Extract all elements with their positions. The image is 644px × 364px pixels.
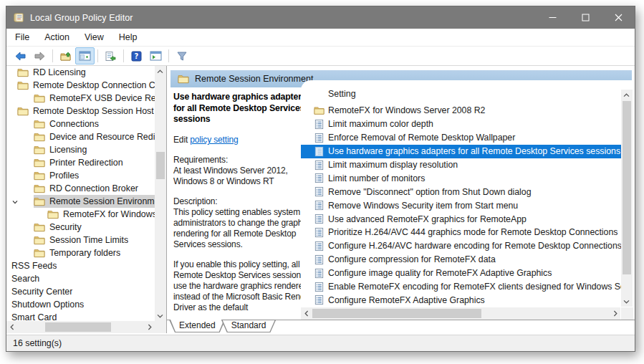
- filter-icon[interactable]: [172, 47, 191, 64]
- setting-column-header[interactable]: Setting: [328, 89, 356, 99]
- scroll-right-icon[interactable]: [144, 322, 155, 332]
- tree-item[interactable]: Security Center: [6, 285, 155, 298]
- scrollbar-thumb[interactable]: [45, 322, 111, 332]
- setting-item[interactable]: Remove Windows Security item from Start …: [301, 198, 621, 212]
- tree-item-label: Session Time Limits: [49, 235, 128, 245]
- tree-item[interactable]: RSS Feeds: [6, 259, 155, 272]
- setting-item[interactable]: Configure image quality for RemoteFX Ada…: [301, 267, 621, 280]
- setting-item[interactable]: Limit number of monitors: [301, 171, 621, 185]
- scroll-right-icon[interactable]: [610, 308, 620, 319]
- tree-item-body[interactable]: RemoteFX for Windows Se: [47, 208, 155, 221]
- tree-item[interactable]: RemoteFX USB Device Redirec: [6, 92, 155, 105]
- tree-item-body[interactable]: Security: [34, 221, 155, 234]
- tree-item[interactable]: Security: [6, 221, 155, 234]
- list-horizontal-scrollbar[interactable]: [301, 307, 620, 320]
- maximize-button[interactable]: [569, 6, 602, 29]
- title-bar[interactable]: Local Group Policy Editor: [6, 6, 635, 29]
- scrollbar-thumb[interactable]: [312, 309, 481, 318]
- setting-item[interactable]: Limit maximum display resolution: [301, 158, 621, 172]
- scrollbar-thumb[interactable]: [623, 101, 631, 274]
- tree-item-selected[interactable]: Remote Session Environment: [34, 195, 155, 208]
- tree-item-body[interactable]: Shutdown Options: [11, 298, 155, 311]
- setting-item[interactable]: Configure H.264/AVC hardware encoding fo…: [301, 239, 621, 253]
- tree-item-body[interactable]: Session Time Limits: [34, 234, 155, 246]
- tree-item[interactable]: Printer Redirection: [6, 156, 155, 169]
- tree-item-body[interactable]: Printer Redirection: [34, 156, 155, 169]
- scroll-left-icon[interactable]: [6, 322, 17, 332]
- tree-item[interactable]: RD Licensing: [6, 66, 155, 79]
- setting-item[interactable]: Use hardware graphics adapters for all R…: [301, 145, 621, 158]
- tree-item-body[interactable]: Security Center: [11, 285, 155, 298]
- back-icon[interactable]: [11, 47, 30, 64]
- console-tree-toggle-icon[interactable]: [75, 47, 95, 64]
- setting-item[interactable]: Use advanced RemoteFX graphics for Remot…: [301, 212, 621, 226]
- tree-item-body[interactable]: Profiles: [34, 169, 155, 182]
- tree-item-body[interactable]: Search: [11, 272, 155, 285]
- tree-item[interactable]: RemoteFX for Windows Se: [6, 208, 155, 221]
- chevron-down-icon[interactable]: [11, 198, 19, 205]
- tree-item-body[interactable]: RD Connection Broker: [34, 182, 155, 195]
- close-button[interactable]: [602, 6, 635, 29]
- tree-item[interactable]: Shutdown Options: [6, 298, 155, 311]
- tree-item[interactable]: Session Time Limits: [6, 234, 155, 246]
- scroll-down-icon[interactable]: [155, 310, 165, 321]
- tree-item-body[interactable]: Remote Desktop Connection Clie: [17, 79, 155, 92]
- scroll-up-icon[interactable]: [621, 90, 632, 100]
- tree-item-body[interactable]: Smart Card: [11, 311, 155, 321]
- setting-item[interactable]: Enforce Removal of Remote Desktop Wallpa…: [301, 131, 621, 145]
- setting-item[interactable]: Enable RemoteFX encoding for RemoteFX cl…: [301, 280, 621, 294]
- setting-item[interactable]: Configure compression for RemoteFX data: [301, 253, 621, 267]
- scroll-down-icon[interactable]: [621, 296, 632, 307]
- policy-setting-link[interactable]: policy setting: [190, 135, 238, 145]
- list-vertical-scrollbar[interactable]: [621, 90, 633, 307]
- setting-item[interactable]: Limit maximum color depth: [301, 118, 621, 131]
- tree-item-body[interactable]: Licensing: [34, 143, 155, 156]
- tree-horizontal-scrollbar[interactable]: [6, 321, 155, 333]
- tree-item[interactable]: Connections: [6, 118, 155, 130]
- folder-window-icon[interactable]: [56, 47, 75, 64]
- tree-item[interactable]: Remote Session Environment: [6, 195, 155, 208]
- minimize-button[interactable]: [536, 6, 569, 29]
- tree-item-body[interactable]: RSS Feeds: [11, 259, 155, 272]
- menu-help[interactable]: Help: [112, 30, 144, 44]
- setting-item[interactable]: Prioritize H.264/AVC 444 graphics mode f…: [301, 226, 621, 239]
- tree-item[interactable]: Temporary folders: [6, 246, 155, 259]
- tree-item[interactable]: Search: [6, 272, 155, 285]
- folder-icon: [34, 119, 45, 129]
- setting-item[interactable]: Configure RemoteFX Adaptive Graphics: [301, 293, 621, 307]
- tree-item[interactable]: RD Connection Broker: [6, 182, 155, 195]
- tab-standard[interactable]: Standard: [221, 320, 277, 332]
- tree-item[interactable]: Licensing: [6, 143, 155, 156]
- tree-item-label: Profiles: [49, 171, 79, 181]
- menu-file[interactable]: File: [9, 30, 36, 44]
- policy-setting-icon: [314, 214, 325, 224]
- tree-item-body[interactable]: RD Licensing: [17, 66, 155, 79]
- setting-item[interactable]: Remove "Disconnect" option from Shut Dow…: [301, 185, 621, 198]
- tree-item[interactable]: Remote Desktop Connection Clie: [6, 79, 155, 92]
- help-icon[interactable]: ?: [127, 47, 146, 64]
- folder-icon: [178, 74, 189, 84]
- edit-prefix: Edit: [173, 135, 190, 145]
- scroll-left-icon[interactable]: [301, 308, 312, 319]
- tree-item[interactable]: Smart Card: [6, 311, 155, 321]
- menu-action[interactable]: Action: [38, 30, 76, 44]
- show-action-pane-icon[interactable]: [146, 47, 165, 64]
- tree-item[interactable]: Remote Desktop Session Host: [6, 105, 155, 118]
- tree-item[interactable]: Device and Resource Redirect: [6, 130, 155, 143]
- tab-extended[interactable]: Extended: [169, 320, 226, 332]
- scroll-up-icon[interactable]: [155, 66, 165, 77]
- menu-view[interactable]: View: [78, 30, 110, 44]
- forward-icon[interactable]: [30, 47, 49, 64]
- tree-item-body[interactable]: Remote Desktop Session Host: [17, 105, 155, 118]
- setting-label: Remove Windows Security item from Start …: [328, 201, 518, 211]
- scrollbar-thumb[interactable]: [156, 152, 165, 179]
- tree-item[interactable]: Profiles: [6, 169, 155, 182]
- tree-item-body[interactable]: Connections: [34, 118, 155, 130]
- tree-item-body[interactable]: Device and Resource Redirect: [34, 130, 155, 143]
- setting-item[interactable]: RemoteFX for Windows Server 2008 R2: [301, 104, 621, 118]
- tab-label: Extended: [169, 320, 226, 332]
- tree-vertical-scrollbar[interactable]: [155, 66, 166, 321]
- tree-item-body[interactable]: RemoteFX USB Device Redirec: [34, 92, 155, 105]
- tree-item-body[interactable]: Temporary folders: [34, 246, 155, 259]
- export-list-icon[interactable]: [101, 47, 120, 64]
